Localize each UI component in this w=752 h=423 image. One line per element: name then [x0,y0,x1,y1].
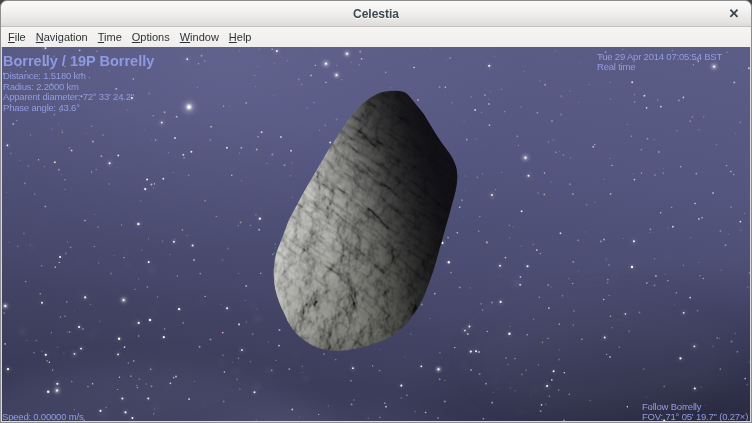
viewport[interactable]: Borrelly / 19P Borrelly Distance: 1.5180… [2,47,750,421]
frame-info: Follow Borrelly FOV: 71° 05' 19.7" (0.27… [642,402,748,421]
celestia-window: Celestia ✕ FileNavigationTimeOptionsWind… [0,0,752,423]
menu-time[interactable]: Time [93,29,127,46]
selection-name: Borrelly / 19P Borrelly [3,54,154,68]
menu-navigation[interactable]: Navigation [31,29,93,46]
selection-phase-angle: Phase angle: 43.6° [3,103,154,114]
menu-window[interactable]: Window [175,29,224,46]
menubar: FileNavigationTimeOptionsWindowHelp [1,27,751,47]
selection-info: Borrelly / 19P Borrelly Distance: 1.5180… [3,54,154,114]
menu-options[interactable]: Options [127,29,175,46]
window-title: Celestia [353,7,399,21]
menu-help[interactable]: Help [224,29,257,46]
time-mode-label: Real time [597,62,722,72]
time-info: Tue 29 Apr 2014 07:05:54 BST Real time [597,52,722,72]
fov-label: FOV: 71° 05' 19.7" (0.27×) [642,412,748,421]
menu-file[interactable]: File [3,29,31,46]
speed-label: Speed: 0.00000 m/s [2,412,83,421]
titlebar[interactable]: Celestia ✕ [1,1,751,27]
close-icon[interactable]: ✕ [725,5,743,23]
